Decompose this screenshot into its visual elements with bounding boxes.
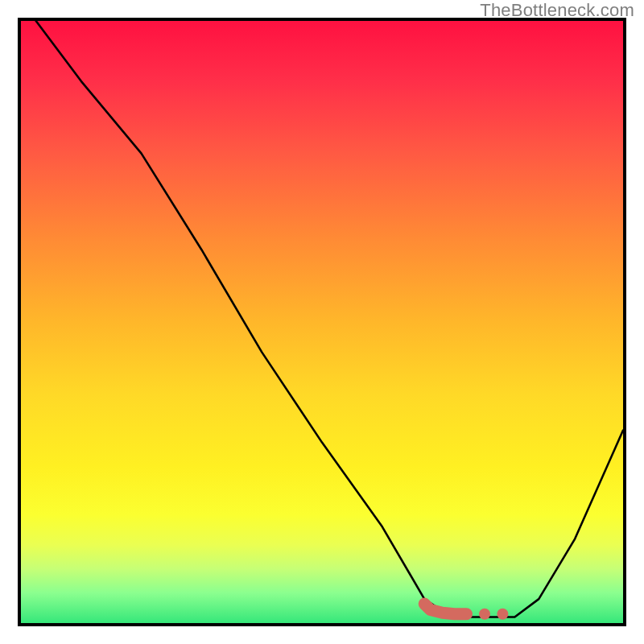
bottleneck-curve-path bbox=[36, 21, 623, 617]
curve-layer bbox=[21, 21, 623, 623]
optimal-zone-dot bbox=[479, 609, 490, 620]
optimal-zone-dot bbox=[497, 609, 508, 620]
plot-area bbox=[18, 18, 626, 626]
chart-container: TheBottleneck.com bbox=[0, 0, 644, 644]
optimal-zone-segment bbox=[424, 604, 466, 614]
